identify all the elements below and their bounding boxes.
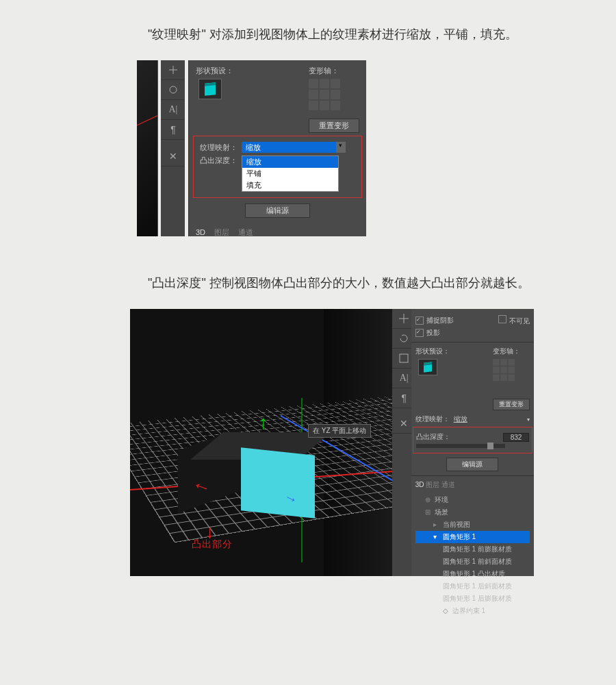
shape-preset-label: 形状预设： [196,66,233,76]
tab-layers[interactable]: 图层 [426,481,439,488]
paragraph-1: "纹理映射" 对添加到视图物体上的纹理素材进行缩放，平铺，填充。 [123,22,534,47]
deform-axis-label: 变形轴： [309,66,359,76]
reset-deform-button[interactable]: 重置变形 [309,119,359,133]
panel-tabs: 3D 图层 通道 [415,480,530,490]
tree-current-view[interactable]: ▸当前视图 [415,519,530,531]
tool-text-icon[interactable]: A| [161,100,185,120]
texture-mapping-label: 纹理映射： [415,414,450,424]
chevron-down-icon[interactable]: ▾ [336,142,346,153]
tab-channels[interactable]: 通道 [238,228,253,236]
reset-deform-button[interactable]: 重置变形 [493,399,530,410]
chevron-down-icon[interactable]: ▾ [527,416,530,423]
tool-pan-icon[interactable] [161,60,185,80]
invisible-checkbox[interactable] [498,315,506,323]
texture-mapping-dropdown[interactable]: 缩放 ▾ [242,142,337,153]
dropdown-option[interactable]: 缩放 [242,156,338,168]
dropdown-option[interactable]: 平铺 [242,168,338,179]
tool-orbit-icon[interactable] [161,80,185,100]
shape-preset-swatch[interactable] [418,359,437,375]
tab-layers[interactable]: 图层 [214,228,229,236]
3d-viewport[interactable]: ↑ → → 在 YZ 平面上移动 ↓ 凸出部分 [130,309,392,576]
tree-item[interactable]: 圆角矩形 1 后斜面材质 [415,580,530,593]
tree-item[interactable]: 圆角矩形 1 凸出材质 [415,568,530,580]
annotation-label: 凸出部分 [192,538,233,551]
dropdown-option[interactable]: 填充 [242,179,338,191]
properties-panel: 捕捉阴影 不可见 投影 形状预设： 变形轴： 重置变形 [411,309,534,576]
paragraph-2: "凸出深度" 控制视图物体凸出部分的大小，数值越大凸出部分就越长。 [123,271,534,295]
tab-channels[interactable]: 通道 [441,481,455,488]
tree-environment[interactable]: ⊕环境 [415,494,530,506]
panel-tabs: 3D 图层 通道 [196,227,359,238]
tree-item[interactable]: 圆角矩形 1 前斜面材质 [415,556,530,568]
shape-preset-swatch[interactable] [198,79,222,99]
edit-source-button[interactable]: 编辑源 [245,203,310,218]
extrude-depth-label: 凸出深度： [416,432,450,442]
cast-shadow-checkbox[interactable] [415,329,424,337]
extrude-depth-value[interactable]: 832 [503,433,529,442]
tool-sidebar: A| ¶ ✕ [161,60,185,236]
tool-paragraph-icon[interactable]: ¶ [161,120,185,140]
tab-3d[interactable]: 3D [415,481,424,488]
deform-axis-grid[interactable] [309,79,359,112]
dropdown-selected[interactable]: 缩放 [242,142,337,153]
svg-point-0 [170,86,177,93]
highlight-box: 纹理映射： 缩放 ▾ 凸出深度： 缩放 平铺 填充 [193,136,362,198]
properties-panel: 形状预设： 变形轴： 重置变形 纹理映射： 缩放 [188,60,366,236]
viewport-tooltip: 在 YZ 平面上移动 [308,424,371,438]
edit-source-button[interactable]: 编辑源 [446,458,498,471]
capture-shadow-checkbox[interactable] [415,316,424,325]
shape-preset-label: 形状预设： [415,347,450,356]
tree-item-selected[interactable]: ▾圆角矩形 1 [415,531,530,543]
tree-item[interactable]: 圆角矩形 1 前膨胀材质 [415,543,530,556]
invisible-label: 不可见 [509,317,530,325]
deform-axis-grid[interactable] [493,359,519,382]
dropdown-list: 缩放 平铺 填充 [242,155,339,192]
tool-settings-icon[interactable]: ✕ [161,147,185,166]
capture-shadow-label: 捕捉阴影 [426,316,454,325]
tool-sidebar: A| ¶ ✕ [392,309,411,576]
tree-scene[interactable]: ⊞场景 [415,506,530,519]
tree-item[interactable]: ◇边界约束 1 [415,605,530,617]
viewport-sliver [137,60,158,236]
screenshot-texture-mapping: A| ¶ ✕ 形状预设： 变形轴： 重置变形 [137,60,366,236]
extrude-depth-slider[interactable] [416,444,505,448]
svg-rect-1 [400,354,408,362]
cast-shadow-label: 投影 [426,328,440,338]
tab-3d[interactable]: 3D [196,228,205,236]
deform-axis-label: 变形轴： [493,347,530,356]
screenshot-extrude-depth: ↑ → → 在 YZ 平面上移动 ↓ 凸出部分 A| ¶ ✕ 捕捉阴影 不可见 … [130,309,534,576]
highlight-box: 凸出深度： 832 [413,427,532,453]
texture-mapping-label: 纹理映射： [196,142,238,153]
tree-item[interactable]: 圆角矩形 1 后膨胀材质 [415,593,530,605]
extrude-depth-label: 凸出深度： [196,155,238,166]
scene-tree: ⊕环境 ⊞场景 ▸当前视图 ▾圆角矩形 1 圆角矩形 1 前膨胀材质 圆角矩形 … [415,494,530,617]
gizmo-y-arrow-icon[interactable]: ↑ [259,412,268,434]
texture-mapping-value[interactable]: 缩放 [454,414,467,424]
